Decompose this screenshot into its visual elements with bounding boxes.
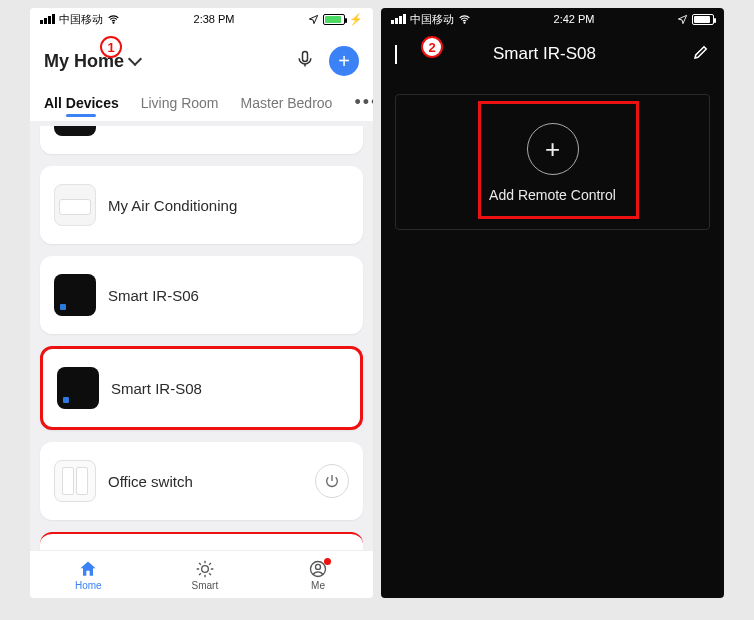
battery-icon bbox=[323, 14, 345, 25]
svg-point-4 bbox=[316, 564, 321, 569]
svg-point-2 bbox=[201, 565, 208, 572]
location-icon bbox=[677, 14, 688, 25]
status-bar: 中国移动 2:42 PM bbox=[381, 8, 724, 30]
add-remote-label: Add Remote Control bbox=[406, 187, 699, 203]
power-button[interactable] bbox=[315, 464, 349, 498]
back-button[interactable] bbox=[395, 45, 397, 63]
signal-icon bbox=[391, 14, 406, 24]
chevron-down-icon bbox=[128, 52, 142, 66]
tab-master-bedroom[interactable]: Master Bedroo bbox=[241, 95, 333, 111]
tab-all-devices[interactable]: All Devices bbox=[44, 95, 119, 111]
chevron-left-icon bbox=[395, 45, 397, 64]
edit-button[interactable] bbox=[692, 43, 710, 65]
notification-dot-icon bbox=[324, 558, 331, 565]
device-card-switch[interactable]: Office switch bbox=[40, 442, 363, 520]
device-label: My Air Conditioning bbox=[108, 197, 237, 214]
page-title: Smart IR-S08 bbox=[493, 44, 596, 64]
ac-icon bbox=[54, 184, 96, 226]
room-tabs: All Devices Living Room Master Bedroo ••… bbox=[44, 82, 359, 121]
ir-panel: + Add Remote Control bbox=[395, 94, 710, 230]
device-card-ir06[interactable]: Smart IR-S06 bbox=[40, 256, 363, 334]
tabs-more-icon[interactable]: ••• bbox=[354, 92, 373, 113]
device-list[interactable]: My Air Conditioning Smart IR-S06 Smart I… bbox=[30, 126, 373, 553]
step-badge-2: 2 bbox=[421, 36, 443, 58]
switch-icon bbox=[54, 460, 96, 502]
tab-living-room[interactable]: Living Room bbox=[141, 95, 219, 111]
phone-screen-home: 1 中国移动 2:38 PM ⚡ My Home bbox=[30, 8, 373, 598]
nav-me[interactable]: Me bbox=[308, 559, 328, 591]
nav-smart[interactable]: Smart bbox=[192, 559, 219, 591]
location-icon bbox=[308, 14, 319, 25]
carrier-label: 中国移动 bbox=[59, 12, 103, 27]
add-device-button[interactable]: + bbox=[329, 46, 359, 76]
device-card-ac[interactable]: My Air Conditioning bbox=[40, 166, 363, 244]
svg-point-5 bbox=[464, 22, 465, 23]
home-header: My Home + All Devices Living Room Master… bbox=[30, 30, 373, 121]
carrier-label: 中国移动 bbox=[410, 12, 454, 27]
bottom-nav: Home Smart Me bbox=[30, 550, 373, 598]
svg-rect-1 bbox=[303, 52, 308, 62]
phone-screen-ir-device: 2 中国移动 2:42 PM Smart IR-S08 bbox=[381, 8, 724, 598]
device-label: Smart IR-S06 bbox=[108, 287, 199, 304]
device-label: Smart IR-S08 bbox=[111, 380, 202, 397]
device-icon bbox=[54, 126, 96, 136]
device-card[interactable] bbox=[40, 126, 363, 154]
signal-icon bbox=[40, 14, 55, 24]
wifi-icon bbox=[458, 13, 471, 26]
nav-label: Home bbox=[75, 580, 102, 591]
charging-icon: ⚡ bbox=[349, 13, 363, 26]
home-selector[interactable]: My Home bbox=[44, 51, 140, 72]
clock-label: 2:42 PM bbox=[554, 13, 595, 25]
clock-label: 2:38 PM bbox=[194, 13, 235, 25]
plus-icon: + bbox=[545, 136, 560, 162]
nav-label: Smart bbox=[192, 580, 219, 591]
svg-point-0 bbox=[113, 22, 114, 23]
add-remote-button[interactable]: + bbox=[527, 123, 579, 175]
step-badge-1: 1 bbox=[100, 36, 122, 58]
nav-home[interactable]: Home bbox=[75, 559, 102, 591]
status-bar: 中国移动 2:38 PM ⚡ bbox=[30, 8, 373, 30]
ir-hub-icon bbox=[57, 367, 99, 409]
battery-icon bbox=[692, 14, 714, 25]
device-label: Office switch bbox=[108, 473, 193, 490]
wifi-icon bbox=[107, 13, 120, 26]
microphone-icon[interactable] bbox=[295, 49, 315, 73]
nav-label: Me bbox=[311, 580, 325, 591]
device-card-ir08[interactable]: Smart IR-S08 bbox=[40, 346, 363, 430]
ir-hub-icon bbox=[54, 274, 96, 316]
